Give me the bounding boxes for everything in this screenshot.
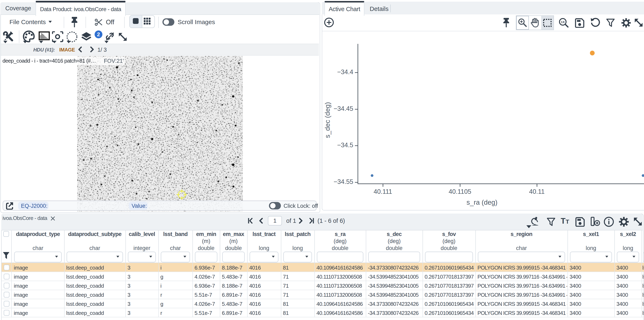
svg-text:T: T [561,217,566,225]
svg-text:T: T [566,219,569,225]
svg-text:1X: 1X [561,20,565,24]
